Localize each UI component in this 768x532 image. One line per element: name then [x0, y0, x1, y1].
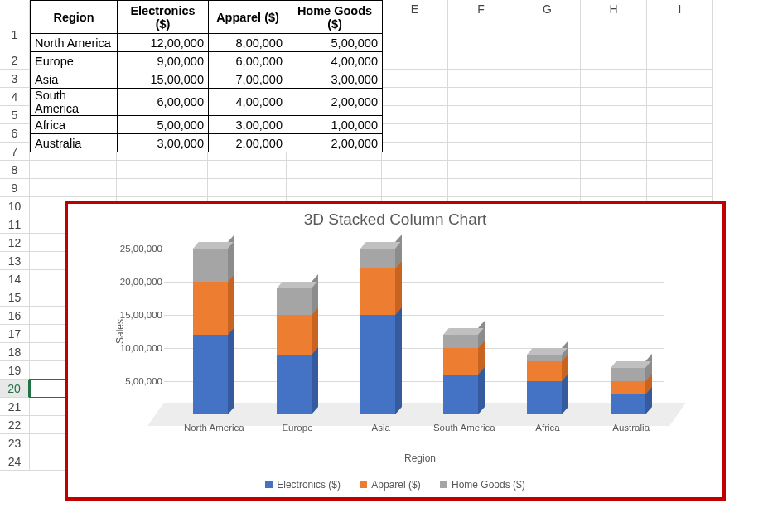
cell[interactable]	[647, 70, 713, 88]
row-header[interactable]: 3	[0, 70, 30, 88]
cell[interactable]	[208, 179, 287, 197]
cell[interactable]	[581, 179, 647, 197]
cell[interactable]	[581, 51, 647, 70]
cell[interactable]	[287, 161, 382, 179]
table-row[interactable]: South America6,00,0004,00,0002,00,000	[31, 89, 383, 116]
cell-electronics[interactable]: 3,00,000	[118, 134, 209, 152]
cell[interactable]	[448, 18, 514, 51]
row-header[interactable]: 23	[0, 434, 30, 452]
row-header[interactable]: 10	[0, 197, 30, 215]
row-header[interactable]: 4	[0, 88, 30, 106]
cell[interactable]	[581, 88, 647, 106]
row-header[interactable]: 22	[0, 416, 30, 434]
cell[interactable]	[382, 70, 448, 88]
row-header[interactable]: 20	[0, 380, 30, 398]
cell[interactable]	[382, 143, 448, 161]
cell-homegoods[interactable]: 4,00,000	[287, 52, 383, 70]
row-header[interactable]: 21	[0, 398, 30, 416]
cell[interactable]	[382, 51, 448, 70]
cell[interactable]	[581, 70, 647, 88]
cell-apparel[interactable]: 3,00,000	[209, 116, 287, 134]
cell[interactable]	[514, 106, 581, 124]
cell[interactable]	[647, 124, 713, 143]
cell-electronics[interactable]: 9,00,000	[118, 52, 209, 70]
cell[interactable]	[581, 106, 647, 124]
cell[interactable]	[514, 179, 581, 197]
cell[interactable]	[382, 88, 448, 106]
cell[interactable]	[647, 51, 713, 70]
cell[interactable]	[581, 124, 647, 143]
cell-homegoods[interactable]: 2,00,000	[287, 89, 383, 116]
cell[interactable]	[647, 18, 713, 51]
cell-region[interactable]: Asia	[31, 70, 118, 89]
table-row[interactable]: Africa5,00,0003,00,0001,00,000	[31, 116, 383, 134]
cell[interactable]	[647, 88, 713, 106]
cell[interactable]	[647, 179, 713, 197]
cell-apparel[interactable]: 7,00,000	[209, 70, 287, 89]
cell[interactable]	[448, 124, 514, 143]
row-header[interactable]: 2	[0, 51, 30, 70]
cell[interactable]	[382, 161, 448, 179]
row-header[interactable]: 7	[0, 143, 30, 161]
cell[interactable]	[514, 88, 581, 106]
cell[interactable]	[647, 143, 713, 161]
table-row[interactable]: Europe9,00,0006,00,0004,00,000	[31, 52, 383, 70]
cell[interactable]	[581, 161, 647, 179]
cell-apparel[interactable]: 6,00,000	[209, 52, 287, 70]
cell[interactable]	[382, 179, 448, 197]
cell[interactable]	[514, 161, 581, 179]
cell-apparel[interactable]: 2,00,000	[209, 134, 287, 152]
cell[interactable]	[581, 18, 647, 51]
col-header-apparel[interactable]: Apparel ($)	[209, 1, 287, 34]
cell[interactable]	[448, 88, 514, 106]
row-header[interactable]: 5	[0, 106, 30, 124]
cell-region[interactable]: North America	[31, 34, 118, 52]
cell-apparel[interactable]: 4,00,000	[209, 89, 287, 116]
cell[interactable]	[647, 161, 713, 179]
cell[interactable]	[514, 143, 581, 161]
cell-apparel[interactable]: 8,00,000	[209, 34, 287, 52]
cell[interactable]	[382, 124, 448, 143]
row-header[interactable]: 8	[0, 161, 30, 179]
row-header[interactable]: 24	[0, 452, 30, 471]
cell[interactable]	[448, 106, 514, 124]
cell-homegoods[interactable]: 3,00,000	[287, 70, 383, 89]
cell[interactable]	[208, 161, 287, 179]
cell[interactable]	[448, 70, 514, 88]
table-row[interactable]: North America12,00,0008,00,0005,00,000	[31, 34, 383, 52]
col-header-electronics[interactable]: Electronics ($)	[118, 1, 209, 34]
row-header[interactable]: 17	[0, 325, 30, 343]
cell[interactable]	[514, 51, 581, 70]
cell-electronics[interactable]: 6,00,000	[118, 89, 209, 116]
cell-region[interactable]: Australia	[31, 134, 118, 152]
cell-electronics[interactable]: 12,00,000	[118, 34, 209, 52]
row-header[interactable]: 6	[0, 124, 30, 143]
column-header[interactable]: E	[382, 0, 448, 19]
column-header[interactable]: F	[448, 0, 514, 19]
cell[interactable]	[647, 106, 713, 124]
row-header[interactable]: 14	[0, 270, 30, 288]
col-header-homegoods[interactable]: Home Goods ($)	[287, 1, 383, 34]
row-header[interactable]: 19	[0, 361, 30, 380]
cell[interactable]	[448, 161, 514, 179]
cell[interactable]	[287, 179, 382, 197]
cell-homegoods[interactable]: 1,00,000	[287, 116, 383, 134]
row-header[interactable]: 12	[0, 234, 30, 252]
cell-homegoods[interactable]: 5,00,000	[287, 34, 383, 52]
cell[interactable]	[581, 143, 647, 161]
cell[interactable]	[30, 161, 117, 179]
chart-object[interactable]: 3D Stacked Column Chart Sales 05,00,0001…	[65, 201, 726, 501]
row-header[interactable]: 16	[0, 307, 30, 325]
cell[interactable]	[117, 161, 208, 179]
cell[interactable]	[382, 18, 448, 51]
cell[interactable]	[448, 179, 514, 197]
data-table[interactable]: Region Electronics ($) Apparel ($) Home …	[30, 0, 383, 152]
col-header-region[interactable]: Region	[31, 1, 118, 34]
row-header[interactable]: 18	[0, 343, 30, 361]
row-header[interactable]: 13	[0, 252, 30, 270]
cell-homegoods[interactable]: 2,00,000	[287, 134, 383, 152]
row-header[interactable]: 15	[0, 288, 30, 307]
cell-region[interactable]: Africa	[31, 116, 118, 134]
cell[interactable]	[514, 18, 581, 51]
column-header[interactable]: I	[647, 0, 713, 19]
